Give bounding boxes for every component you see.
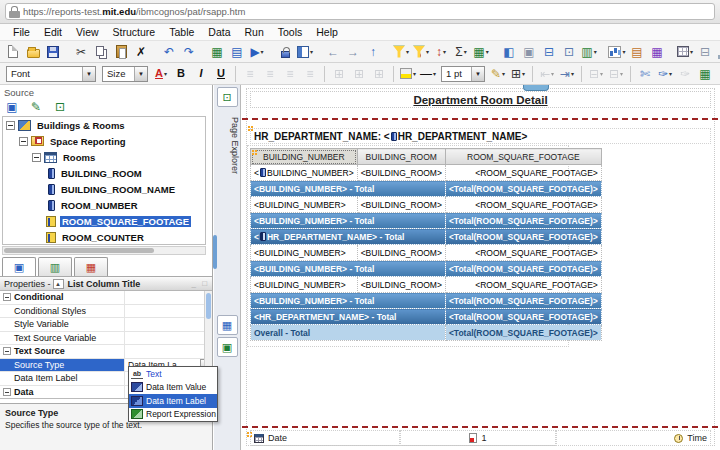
copy-icon[interactable] xyxy=(92,43,110,61)
underline-icon[interactable]: U xyxy=(212,65,230,83)
list-cell[interactable]: <BUILDING_NUMBER> xyxy=(251,165,358,181)
lock-icon[interactable] xyxy=(276,43,294,61)
headers-icon[interactable]: ◧ xyxy=(500,43,518,61)
select-ancestor-icon[interactable]: ▲ xyxy=(53,279,64,289)
total-label-cell[interactable]: <HR_DEPARTMENT_NAME> - Total xyxy=(251,309,446,325)
tree-item-room-counter[interactable]: ROOM_COUNTER xyxy=(3,229,205,245)
page-break-icon[interactable]: ⊡ xyxy=(560,43,578,61)
page-explorer-icon[interactable]: ⊡ xyxy=(217,87,238,107)
run-caret[interactable]: ▾ xyxy=(261,48,264,55)
page-options-caret[interactable]: ▾ xyxy=(310,48,313,55)
apply-style-icon[interactable]: ✑▾ xyxy=(656,65,674,83)
property-row-conditional-styles[interactable]: Conditional Styles xyxy=(0,305,212,319)
list-cell[interactable]: <BUILDING_NUMBER> xyxy=(251,277,358,293)
dropdown-item-text[interactable]: abText xyxy=(129,367,217,381)
group-collapse-icon[interactable] xyxy=(3,388,11,396)
tree-item-space-reporting[interactable]: Space Reporting xyxy=(3,133,205,149)
footer-time-cell[interactable]: Time xyxy=(556,430,711,446)
list-cell[interactable]: <ROOM_SQUARE_FOOTAGE> xyxy=(445,197,601,213)
tab-toolbox[interactable]: ▦ xyxy=(74,257,108,276)
ungroup-caret[interactable]: ▾ xyxy=(620,70,623,77)
indent-increase-icon[interactable]: ⇥▾ xyxy=(558,65,576,83)
page-explorer-tab[interactable]: Page Explorer xyxy=(214,111,240,181)
run-icon[interactable]: ▶▾ xyxy=(248,43,266,61)
list-cell[interactable]: <BUILDING_NUMBER> xyxy=(251,197,358,213)
dropdown-item-report-expression[interactable]: Report Expression xyxy=(129,408,217,422)
back-icon[interactable]: ← xyxy=(324,43,342,61)
aggregate-icon[interactable]: Σ▾ xyxy=(452,43,470,61)
property-row-text-source[interactable]: Text Source xyxy=(0,345,212,359)
filter-caret[interactable]: ▾ xyxy=(406,48,409,55)
property-row-text-source-variable[interactable]: Text Source Variable xyxy=(0,332,212,346)
list-cell[interactable]: <BUILDING_ROOM> xyxy=(357,245,445,261)
indent-increase-caret[interactable]: ▾ xyxy=(571,70,574,77)
edit-package-icon[interactable]: ✎ xyxy=(27,100,45,115)
total-label-cell[interactable]: <BUILDING_NUMBER> - Total xyxy=(251,261,446,277)
group-icon[interactable]: ▦▾ xyxy=(472,43,490,61)
line-weight-select[interactable]: 1 pt▼ xyxy=(441,66,485,82)
url-input[interactable]: https://reports-test.mit.edu/ibmcognos/p… xyxy=(5,3,715,20)
total-value-cell[interactable]: <Total(ROOM_SQUARE_FOOTAGE)> xyxy=(445,213,601,229)
line-weight-caret[interactable]: ▼ xyxy=(471,67,484,81)
list-cell[interactable]: <BUILDING_NUMBER> xyxy=(251,245,358,261)
bold-icon[interactable]: B xyxy=(172,65,190,83)
section-caret[interactable]: ▾ xyxy=(594,48,597,55)
tab-data-items[interactable]: ▥ xyxy=(38,257,72,276)
total-value-cell[interactable]: <Total(ROOM_SQUARE_FOOTAGE)> xyxy=(445,309,601,325)
menu-data[interactable]: Data xyxy=(201,26,237,38)
total-value-cell[interactable]: <Total(ROOM_SQUARE_FOOTAGE)> xyxy=(445,261,601,277)
total-value-cell[interactable]: <Total(ROOM_SQUARE_FOOTAGE)> xyxy=(445,229,601,245)
tree-expander-icon[interactable] xyxy=(6,121,15,130)
structure-icon[interactable]: ⊟ xyxy=(696,43,714,61)
filter-icon[interactable]: ▾ xyxy=(392,43,410,61)
group-caret[interactable]: ▾ xyxy=(486,48,489,55)
chart-caret[interactable]: ▾ xyxy=(622,48,625,55)
group-collapse-icon[interactable] xyxy=(3,293,11,301)
border-pen-caret[interactable]: ▾ xyxy=(502,70,505,77)
report-title-block[interactable]: Department Room Detail xyxy=(250,91,711,108)
tree-item-room-square-footage[interactable]: ROOM_SQUARE_FOOTAGE xyxy=(3,213,205,229)
menu-view[interactable]: View xyxy=(69,26,106,38)
section-icon[interactable]: ▥▾ xyxy=(580,43,598,61)
xml-icon[interactable]: ▤ xyxy=(228,43,246,61)
undo-icon[interactable]: ↶ xyxy=(160,43,178,61)
pagination-icon[interactable]: ▣ xyxy=(520,43,538,61)
template-icon[interactable]: ▤ xyxy=(628,43,646,61)
font-size-select[interactable]: Size▼ xyxy=(102,66,148,82)
list-cell[interactable]: <ROOM_SQUARE_FOOTAGE> xyxy=(445,277,601,293)
column-title-room_square_footage[interactable]: ROOM_SQUARE_FOOTAGE xyxy=(445,149,601,165)
menu-structure[interactable]: Structure xyxy=(106,26,163,38)
line-style-icon[interactable]: ―▾ xyxy=(419,65,437,83)
total-label-cell[interactable]: Overall - Total xyxy=(251,325,446,341)
insert-table-caret[interactable]: ▾ xyxy=(690,48,693,55)
list-cell[interactable]: <BUILDING_ROOM> xyxy=(357,165,445,181)
indent-decrease-caret[interactable]: ▾ xyxy=(551,70,554,77)
footer-date-cell[interactable]: Date xyxy=(250,430,400,446)
tree-item-building-room[interactable]: BUILDING_ROOM xyxy=(3,165,205,181)
menu-file[interactable]: File xyxy=(6,26,37,38)
list-cell[interactable]: <ROOM_SQUARE_FOOTAGE> xyxy=(445,165,601,181)
borders-icon[interactable]: ⊞▾ xyxy=(509,65,527,83)
total-label-cell[interactable]: <BUILDING_NUMBER> - Total xyxy=(251,213,446,229)
tree-item-rooms[interactable]: Rooms xyxy=(3,149,205,165)
font-family-select[interactable]: Font▼ xyxy=(6,66,96,82)
menu-table[interactable]: Table xyxy=(162,26,201,38)
master-detail-text-block[interactable]: HR_DEPARTMENT_NAME: <HR_DEPARTMENT_NAME> xyxy=(250,128,711,144)
list-cell[interactable]: <BUILDING_ROOM> xyxy=(357,197,445,213)
borders-caret[interactable]: ▾ xyxy=(522,70,525,77)
suppress-caret[interactable]: ▾ xyxy=(426,48,429,55)
tree-expander-icon[interactable] xyxy=(19,137,28,146)
font-color-icon[interactable]: A▾ xyxy=(152,65,170,83)
delete-icon[interactable]: ✗ xyxy=(132,43,150,61)
cut-icon[interactable]: ✂ xyxy=(72,43,90,61)
insert-table-icon[interactable]: ▾ xyxy=(676,43,694,61)
list-cell[interactable]: <BUILDING_ROOM> xyxy=(357,277,445,293)
open-icon[interactable] xyxy=(24,43,42,61)
background-color-caret[interactable]: ▾ xyxy=(413,70,416,77)
pane-splitter-handle[interactable] xyxy=(213,235,217,269)
group-span-caret[interactable]: ▾ xyxy=(600,70,603,77)
conditional-styles-icon[interactable]: ▦ xyxy=(696,65,714,83)
save-icon[interactable] xyxy=(44,43,62,61)
tree-item-room-number[interactable]: ROOM_NUMBER xyxy=(3,197,205,213)
background-color-icon[interactable]: ▾ xyxy=(399,65,417,83)
